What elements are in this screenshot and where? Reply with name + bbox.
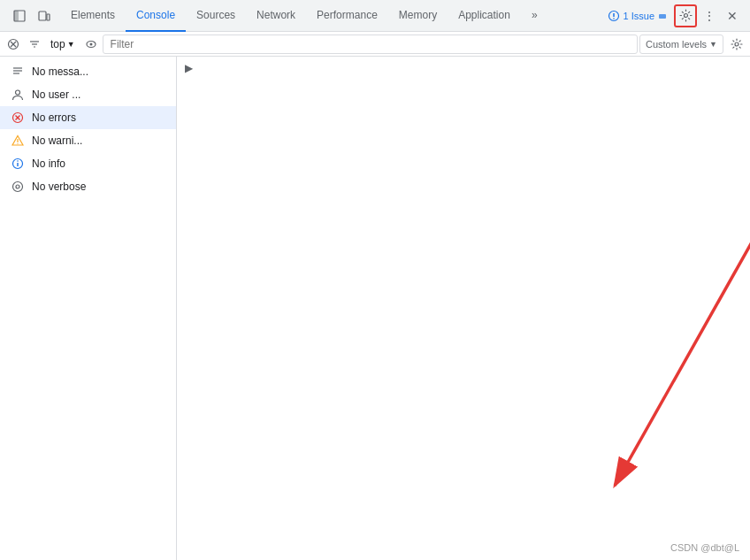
info-icon	[11, 157, 25, 171]
more-options-button[interactable]: ⋮	[699, 5, 720, 27]
filter-panel: No messa... No user ... No errors	[0, 57, 177, 560]
filter-item-info[interactable]: No info	[0, 152, 176, 175]
filter-item-errors[interactable]: No errors	[0, 106, 176, 129]
svg-rect-2	[39, 12, 46, 20]
svg-point-8	[684, 14, 687, 18]
close-button[interactable]: ✕	[722, 5, 743, 27]
svg-point-21	[16, 90, 20, 95]
tab-bar-right: 1 Issue ⋮ ✕	[602, 4, 746, 27]
eye-button[interactable]	[81, 35, 101, 54]
svg-point-30	[13, 182, 23, 192]
svg-point-16	[89, 42, 92, 45]
tab-memory[interactable]: Memory	[388, 0, 448, 32]
svg-rect-3	[47, 14, 50, 20]
filter-button[interactable]	[25, 35, 44, 54]
issues-badge[interactable]: 1 Issue	[602, 8, 672, 24]
filter-icon	[28, 38, 41, 50]
filter-item-messages[interactable]: No messa...	[0, 60, 176, 83]
clear-icon	[7, 38, 19, 50]
console-output-area: ▶ 2 CSDN @dbt@L	[177, 57, 750, 560]
custom-levels-arrow-icon: ▼	[709, 40, 717, 49]
console-settings-button[interactable]	[727, 35, 746, 54]
tab-application[interactable]: Application	[448, 0, 521, 32]
main-content: No messa... No user ... No errors	[0, 57, 750, 560]
settings-button[interactable]	[674, 4, 697, 27]
svg-point-17	[735, 42, 739, 46]
gear-icon	[679, 9, 693, 22]
devtools-icons	[4, 5, 60, 27]
console-toolbar: top ▼ Custom levels ▼	[0, 32, 750, 57]
error-icon	[11, 111, 25, 125]
svg-rect-1	[14, 11, 19, 21]
user-icon	[11, 88, 25, 102]
console-gear-icon	[731, 38, 743, 50]
filter-input[interactable]	[103, 35, 638, 54]
tab-sources[interactable]: Sources	[186, 0, 246, 32]
tab-bar: Elements Console Sources Network Perform…	[0, 0, 750, 32]
verbose-icon	[11, 180, 25, 194]
filter-item-user[interactable]: No user ...	[0, 83, 176, 106]
svg-point-29	[17, 160, 19, 162]
tab-more[interactable]: »	[521, 0, 548, 32]
issues-notification-icon	[658, 12, 667, 20]
expand-sidebar-button[interactable]: ▶	[180, 60, 196, 76]
dock-icon[interactable]	[9, 5, 30, 27]
svg-rect-7	[659, 14, 666, 19]
tab-console[interactable]: Console	[126, 0, 186, 32]
eye-icon	[85, 38, 97, 50]
annotation-arrow	[601, 163, 750, 499]
filter-item-warnings[interactable]: No warni...	[0, 129, 176, 152]
svg-point-6	[613, 18, 615, 19]
device-toggle-icon[interactable]	[34, 5, 55, 27]
watermark: CSDN @dbt@L	[670, 542, 739, 553]
svg-point-26	[17, 143, 18, 144]
issues-icon	[608, 10, 620, 22]
filter-item-verbose[interactable]: No verbose	[0, 175, 176, 198]
warning-icon	[11, 134, 25, 148]
svg-point-31	[16, 185, 19, 188]
custom-levels-dropdown[interactable]: Custom levels ▼	[639, 35, 723, 54]
context-selector[interactable]: top ▼	[46, 35, 80, 54]
messages-icon	[11, 65, 25, 79]
svg-line-33	[615, 172, 750, 486]
clear-console-button[interactable]	[4, 35, 23, 54]
tab-network[interactable]: Network	[246, 0, 306, 32]
tab-performance[interactable]: Performance	[306, 0, 388, 32]
dropdown-arrow-icon: ▼	[67, 40, 75, 49]
tab-elements[interactable]: Elements	[60, 0, 126, 32]
